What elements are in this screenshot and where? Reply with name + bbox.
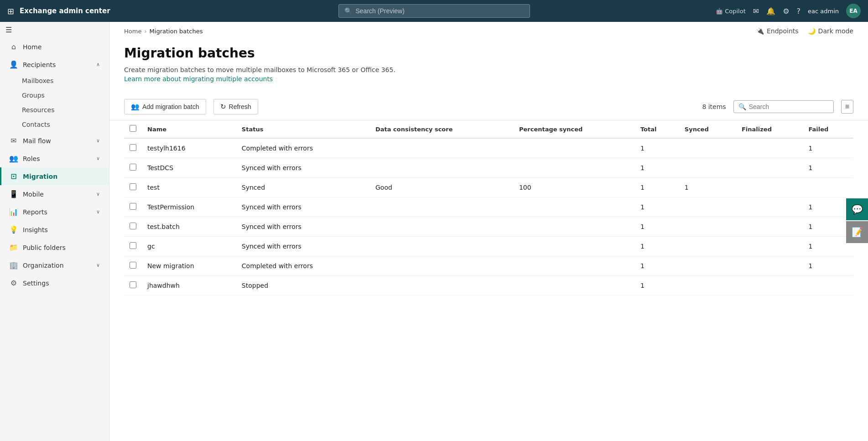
- sidebar-item-reports[interactable]: 📊 Reports ∨: [0, 203, 109, 221]
- add-migration-batch-button[interactable]: 👥 Add migration batch: [124, 99, 206, 114]
- sidebar-item-resources[interactable]: Resources: [0, 103, 109, 117]
- hamburger-icon: ☰: [5, 26, 12, 34]
- table-row[interactable]: test Synced Good 100 1 1: [124, 178, 853, 197]
- sidebar: ☰ ⌂ Home 👤 Recipients ∧ Mailboxes Groups…: [0, 22, 109, 441]
- row-checkbox-3[interactable]: [130, 203, 136, 210]
- home-icon: ⌂: [9, 42, 18, 51]
- sidebar-item-settings[interactable]: ⚙ Settings: [0, 274, 109, 292]
- settings-icon[interactable]: ⚙: [783, 7, 789, 16]
- cell-percentage-3: [514, 197, 635, 217]
- cell-failed-7: [803, 276, 853, 296]
- mailflow-icon: ✉: [9, 136, 18, 145]
- cell-percentage-1: [514, 158, 635, 178]
- sidebar-item-contacts[interactable]: Contacts: [0, 117, 109, 132]
- endpoints-button[interactable]: 🔌 Endpoints: [756, 27, 799, 35]
- waffle-icon[interactable]: ⊞: [7, 6, 14, 16]
- sidebar-item-home[interactable]: ⌂ Home: [0, 38, 109, 56]
- cell-finalized-6: [736, 256, 803, 276]
- chevron-down-icon3: ∨: [96, 191, 100, 197]
- copilot-button[interactable]: 🤖 Copilot: [716, 8, 746, 15]
- chat-icon: 💬: [852, 204, 863, 215]
- cell-percentage-5: [514, 237, 635, 256]
- row-checkbox-0[interactable]: [130, 144, 136, 151]
- sidebar-item-migration[interactable]: ⊡ Migration: [0, 167, 109, 185]
- cell-consistency-1: [370, 158, 514, 178]
- cell-finalized-4: [736, 217, 803, 237]
- mail-icon[interactable]: ✉: [753, 7, 759, 16]
- cell-synced-0: [679, 138, 736, 158]
- sidebar-item-mailflow[interactable]: ✉ Mail flow ∨: [0, 132, 109, 150]
- breadcrumb: Home › Migration batches: [124, 28, 203, 35]
- table-search-input[interactable]: [749, 103, 829, 110]
- row-checkbox-7[interactable]: [130, 281, 136, 288]
- add-person-icon: 👥: [131, 103, 140, 111]
- cell-status-5: Synced with errors: [236, 237, 370, 256]
- sidebar-item-publicfolders[interactable]: 📁 Public folders: [0, 239, 109, 256]
- table-row[interactable]: jhawdhwh Stopped 1: [124, 276, 853, 296]
- sidebar-item-mailboxes[interactable]: Mailboxes: [0, 73, 109, 88]
- row-checkbox-4[interactable]: [130, 223, 136, 229]
- cell-name-6: New migration: [142, 256, 236, 276]
- table-row[interactable]: TestPermission Synced with errors 1 1: [124, 197, 853, 217]
- sidebar-toggle[interactable]: ☰: [0, 22, 109, 38]
- cell-total-5: 1: [635, 237, 679, 256]
- migration-icon: ⊡: [9, 172, 18, 181]
- row-checkbox-6[interactable]: [130, 262, 136, 269]
- bell-icon[interactable]: 🔔: [766, 7, 775, 16]
- cell-status-0: Completed with errors: [236, 138, 370, 158]
- cell-total-2: 1: [635, 178, 679, 197]
- col-header-name: Name: [142, 120, 236, 138]
- sidebar-item-organization[interactable]: 🏢 Organization ∨: [0, 256, 109, 274]
- help-icon[interactable]: ?: [797, 7, 801, 16]
- darkmode-button[interactable]: 🌙 Dark mode: [808, 27, 853, 35]
- feedback-button[interactable]: 📝: [846, 221, 868, 243]
- breadcrumb-bar: Home › Migration batches 🔌 Endpoints 🌙 D…: [109, 22, 868, 35]
- items-count: 8 items: [702, 103, 726, 110]
- cell-finalized-3: [736, 197, 803, 217]
- app-body: ☰ ⌂ Home 👤 Recipients ∧ Mailboxes Groups…: [0, 22, 868, 441]
- sidebar-item-groups[interactable]: Groups: [0, 88, 109, 103]
- table-row[interactable]: New migration Completed with errors 1 1: [124, 256, 853, 276]
- sidebar-item-insights[interactable]: 💡 Insights: [0, 221, 109, 239]
- breadcrumb-current: Migration batches: [150, 28, 203, 35]
- global-search-input[interactable]: [356, 7, 524, 15]
- sidebar-item-mobile[interactable]: 📱 Mobile ∨: [0, 185, 109, 203]
- cell-total-0: 1: [635, 138, 679, 158]
- filter-icon: ≡: [845, 103, 849, 110]
- table-row[interactable]: test.batch Synced with errors 1 1: [124, 217, 853, 237]
- avatar[interactable]: EA: [846, 4, 861, 18]
- cell-percentage-0: [514, 138, 635, 158]
- refresh-button[interactable]: ↻ Refresh: [213, 99, 258, 114]
- sidebar-item-recipients[interactable]: 👤 Recipients ∧: [0, 56, 109, 73]
- insights-icon: 💡: [9, 225, 18, 234]
- learn-more-link[interactable]: Learn more about migrating multiple acco…: [124, 75, 273, 83]
- main-content: Home › Migration batches 🔌 Endpoints 🌙 D…: [109, 22, 868, 441]
- reports-icon: 📊: [9, 208, 18, 216]
- cell-consistency-2: Good: [370, 178, 514, 197]
- col-header-consistency: Data consistency score: [370, 120, 514, 138]
- breadcrumb-home[interactable]: Home: [124, 28, 141, 35]
- col-header-finalized: Finalized: [736, 120, 803, 138]
- cell-status-7: Stopped: [236, 276, 370, 296]
- table-row[interactable]: gc Synced with errors 1 1: [124, 237, 853, 256]
- row-checkbox-2[interactable]: [130, 183, 136, 190]
- settings-nav-icon: ⚙: [9, 279, 18, 287]
- sidebar-item-roles[interactable]: 👥 Roles ∨: [0, 150, 109, 167]
- top-nav-right: 🤖 Copilot ✉ 🔔 ⚙ ? eac admin EA: [716, 4, 861, 18]
- select-all-checkbox[interactable]: [130, 125, 136, 132]
- cell-name-7: jhawdhwh: [142, 276, 236, 296]
- table-row[interactable]: testylh1616 Completed with errors 1 1: [124, 138, 853, 158]
- row-checkbox-1[interactable]: [130, 164, 136, 171]
- page-description: Create migration batches to move multipl…: [124, 66, 853, 73]
- filter-button[interactable]: ≡: [841, 100, 853, 114]
- cell-consistency-7: [370, 276, 514, 296]
- right-panel: 💬 📝: [846, 198, 868, 243]
- chevron-down-icon2: ∨: [96, 156, 100, 161]
- organization-icon: 🏢: [9, 261, 18, 270]
- cell-total-6: 1: [635, 256, 679, 276]
- cell-percentage-4: [514, 217, 635, 237]
- cell-consistency-6: [370, 256, 514, 276]
- table-row[interactable]: TestDCS Synced with errors 1 1: [124, 158, 853, 178]
- chat-button[interactable]: 💬: [846, 198, 868, 220]
- row-checkbox-5[interactable]: [130, 242, 136, 249]
